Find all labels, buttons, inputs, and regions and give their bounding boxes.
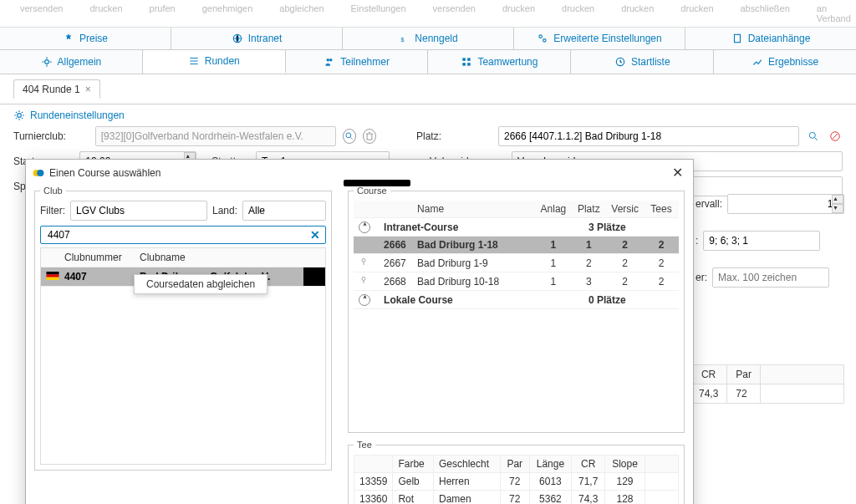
tab-erweiterte[interactable]: Erweiterte Einstellungen xyxy=(514,28,685,49)
section-header: Rundeneinstellungen xyxy=(0,104,856,126)
tab-teamwertung[interactable]: Teamwertung xyxy=(428,50,571,74)
tabs-row-1: Preise Intranet $Nenngeld Erweiterte Ein… xyxy=(0,28,856,50)
modal-title: Einen Course auswählen xyxy=(49,167,160,179)
spin-up-icon[interactable]: ▲ xyxy=(832,195,843,204)
label-filter: Filter: xyxy=(40,205,65,208)
close-tab-icon[interactable]: × xyxy=(85,84,91,95)
search-platz-icon[interactable] xyxy=(806,129,821,144)
course-legend: Course xyxy=(354,186,390,196)
label-ervall: ervall: xyxy=(696,198,722,208)
tab-intranet[interactable]: Intranet xyxy=(171,28,343,49)
label-land: Land: xyxy=(212,205,237,208)
club-legend: Club xyxy=(40,186,66,196)
cancel-platz-icon[interactable] xyxy=(828,129,843,144)
svg-point-15 xyxy=(809,132,815,138)
tab-ergebnisse[interactable]: Ergebnisse xyxy=(714,50,856,74)
course-select-modal: Einen Course auswählen ✕ Club Filter: La… xyxy=(25,159,694,208)
svg-point-13 xyxy=(18,114,22,118)
resize-handle[interactable] xyxy=(344,180,410,186)
input-platz[interactable] xyxy=(498,126,799,146)
svg-point-2 xyxy=(539,35,543,38)
select-filter[interactable] xyxy=(70,201,207,208)
close-icon[interactable]: ✕ xyxy=(669,165,686,181)
svg-rect-4 xyxy=(734,34,740,42)
col-versic[interactable]: Versic xyxy=(606,201,644,208)
svg-point-7 xyxy=(329,59,333,62)
svg-rect-8 xyxy=(463,58,466,61)
tab-runden[interactable]: Runden xyxy=(143,50,286,74)
input-turnierclub[interactable] xyxy=(95,126,336,146)
svg-text:$: $ xyxy=(401,37,405,43)
select-land[interactable] xyxy=(242,201,326,208)
tab-startliste[interactable]: Startliste xyxy=(571,50,714,74)
col-tees[interactable]: Tees xyxy=(644,201,679,208)
col-anlag[interactable]: Anlag xyxy=(536,201,572,208)
ghost-toolbar: versendendruckenprufengenehmigenabgleich… xyxy=(0,0,856,28)
tab-preise[interactable]: Preise xyxy=(0,28,171,49)
tabs-row-2: Allgemein Runden Teilnehmer Teamwertung … xyxy=(0,50,856,74)
svg-rect-11 xyxy=(468,63,471,66)
search-club-icon[interactable] xyxy=(343,129,356,144)
tab-teilnehmer[interactable]: Teilnehmer xyxy=(286,50,429,74)
open-tab-runde[interactable]: 404 Runde 1 × xyxy=(13,79,100,99)
svg-point-14 xyxy=(346,133,351,138)
spin-down-icon[interactable]: ▼ xyxy=(832,204,843,208)
gear-icon xyxy=(13,109,25,121)
app-icon xyxy=(33,167,44,179)
svg-rect-10 xyxy=(463,63,466,66)
tab-dateianhaenge[interactable]: Dateianhänge xyxy=(685,28,856,49)
svg-point-18 xyxy=(37,169,43,176)
open-tabs: 404 Runde 1 × xyxy=(0,74,856,104)
col-name[interactable]: Name xyxy=(412,201,536,208)
svg-point-5 xyxy=(44,60,48,64)
tab-allgemein[interactable]: Allgemein xyxy=(0,50,143,74)
input-ervall[interactable] xyxy=(727,194,844,208)
col-platz[interactable]: Platz xyxy=(571,201,606,208)
delete-club-icon[interactable] xyxy=(363,129,376,144)
label-platz: Platz: xyxy=(416,130,492,142)
svg-point-3 xyxy=(543,39,547,43)
svg-point-6 xyxy=(327,59,330,62)
label-turnierclub: Turnierclub: xyxy=(13,130,89,142)
tab-nenngeld[interactable]: $Nenngeld xyxy=(343,28,514,49)
svg-rect-9 xyxy=(468,58,471,61)
